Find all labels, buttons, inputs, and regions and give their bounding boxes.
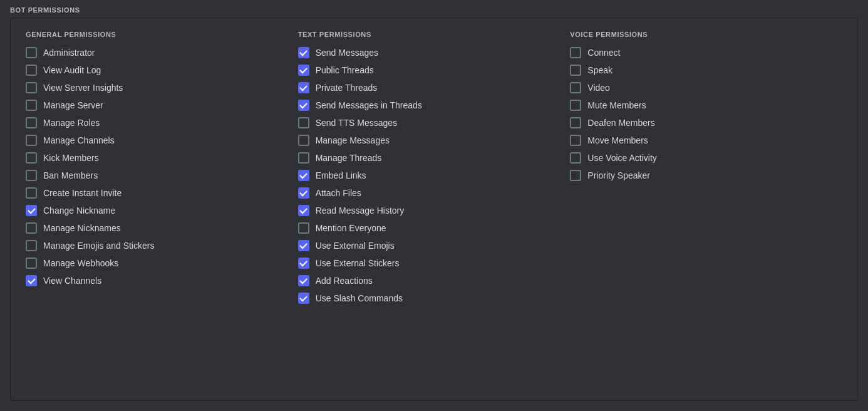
checkbox-general-2[interactable] xyxy=(26,82,37,93)
permission-item: View Audit Log xyxy=(26,65,298,76)
checkbox-text-12[interactable] xyxy=(298,258,309,269)
permission-label: Mention Everyone xyxy=(316,223,386,233)
permission-item: Manage Roles xyxy=(26,117,298,128)
column-general: GENERAL PERMISSIONSAdministratorView Aud… xyxy=(26,31,298,388)
permission-label: Ban Members xyxy=(43,170,98,180)
permission-label: Deafen Members xyxy=(587,118,654,128)
checkbox-general-4[interactable] xyxy=(26,117,37,128)
checkbox-text-9[interactable] xyxy=(298,205,309,216)
checkbox-text-2[interactable] xyxy=(298,82,309,93)
permission-label: Manage Messages xyxy=(316,135,390,145)
checkbox-voice-5[interactable] xyxy=(570,135,581,146)
permission-item: Kick Members xyxy=(26,152,298,164)
checkbox-text-11[interactable] xyxy=(298,240,309,251)
permission-item: Read Message History xyxy=(298,205,571,216)
permission-label: View Channels xyxy=(43,276,101,286)
permission-label: View Audit Log xyxy=(43,65,101,75)
checkbox-voice-3[interactable] xyxy=(570,100,581,111)
checkbox-general-3[interactable] xyxy=(26,100,37,111)
permission-label: Move Members xyxy=(587,135,648,145)
permission-item: Embed Links xyxy=(298,170,571,181)
checkbox-voice-2[interactable] xyxy=(570,82,581,93)
permission-label: Private Threads xyxy=(316,83,378,93)
checkbox-voice-7[interactable] xyxy=(570,170,581,181)
permission-label: Administrator xyxy=(43,48,95,58)
permission-item: Change Nickname xyxy=(26,205,298,216)
permission-label: Kick Members xyxy=(43,153,99,163)
permission-item: Send Messages xyxy=(298,47,571,58)
checkbox-text-4[interactable] xyxy=(298,117,309,128)
checkbox-general-13[interactable] xyxy=(26,275,37,286)
checkbox-text-0[interactable] xyxy=(298,47,309,58)
checkbox-text-3[interactable] xyxy=(298,100,309,111)
checkbox-general-5[interactable] xyxy=(26,135,37,146)
permission-item: Manage Threads xyxy=(298,152,571,164)
permission-item: Use External Emojis xyxy=(298,240,571,251)
permission-label: Use Slash Commands xyxy=(316,293,403,303)
checkbox-text-10[interactable] xyxy=(298,222,309,234)
permission-label: Use External Emojis xyxy=(316,241,395,251)
permission-item: Priority Speaker xyxy=(570,170,842,181)
permission-label: Send TTS Messages xyxy=(316,118,397,128)
column-header-general: GENERAL PERMISSIONS xyxy=(26,31,298,38)
permission-label: Send Messages xyxy=(316,48,378,58)
permission-item: Connect xyxy=(570,47,842,58)
permission-item: Send Messages in Threads xyxy=(298,100,571,111)
column-text: TEXT PERMISSIONSSend MessagesPublic Thre… xyxy=(298,31,571,388)
checkbox-text-1[interactable] xyxy=(298,65,309,76)
permission-label: Add Reactions xyxy=(316,276,373,286)
checkbox-general-7[interactable] xyxy=(26,170,37,181)
permission-label: Video xyxy=(587,83,610,93)
permission-label: Speak xyxy=(587,65,612,75)
permission-label: Public Threads xyxy=(316,65,374,75)
checkbox-voice-6[interactable] xyxy=(570,152,581,164)
permission-label: Read Message History xyxy=(316,205,405,216)
permission-label: Send Messages in Threads xyxy=(316,100,422,110)
permissions-box: GENERAL PERMISSIONSAdministratorView Aud… xyxy=(10,18,858,401)
checkbox-voice-0[interactable] xyxy=(570,47,581,58)
permission-label: Manage Server xyxy=(43,100,103,110)
permission-item: Speak xyxy=(570,65,842,76)
permission-item: Deafen Members xyxy=(570,117,842,128)
checkbox-text-13[interactable] xyxy=(298,275,309,286)
permission-item: Move Members xyxy=(570,135,842,146)
permission-label: Use External Stickers xyxy=(316,258,400,268)
checkbox-general-9[interactable] xyxy=(26,205,37,216)
checkbox-text-5[interactable] xyxy=(298,135,309,146)
checkbox-general-8[interactable] xyxy=(26,187,37,199)
checkbox-text-14[interactable] xyxy=(298,293,309,304)
checkbox-general-0[interactable] xyxy=(26,47,37,58)
permission-label: Manage Nicknames xyxy=(43,223,121,233)
permission-item: Add Reactions xyxy=(298,275,571,286)
checkbox-general-1[interactable] xyxy=(26,65,37,76)
permission-item: Video xyxy=(570,82,842,93)
checkbox-text-7[interactable] xyxy=(298,170,309,181)
permission-item: Manage Server xyxy=(26,100,298,111)
permission-item: Mention Everyone xyxy=(298,222,571,234)
checkbox-general-11[interactable] xyxy=(26,240,37,251)
permission-item: Attach Files xyxy=(298,187,571,199)
permission-item: Administrator xyxy=(26,47,298,58)
checkbox-general-6[interactable] xyxy=(26,152,37,164)
checkbox-general-10[interactable] xyxy=(26,222,37,234)
checkbox-text-6[interactable] xyxy=(298,152,309,164)
permission-item: Public Threads xyxy=(298,65,571,76)
permission-item: View Channels xyxy=(26,275,298,286)
permission-item: View Server Insights xyxy=(26,82,298,93)
checkbox-voice-4[interactable] xyxy=(570,117,581,128)
checkbox-general-12[interactable] xyxy=(26,258,37,269)
column-header-voice: VOICE PERMISSIONS xyxy=(570,31,842,38)
permission-label: Manage Webhooks xyxy=(43,258,118,268)
checkbox-text-8[interactable] xyxy=(298,187,309,199)
permission-item: Private Threads xyxy=(298,82,571,93)
permission-label: View Server Insights xyxy=(43,83,123,93)
permission-label: Embed Links xyxy=(316,170,366,180)
checkbox-voice-1[interactable] xyxy=(570,65,581,76)
column-header-text: TEXT PERMISSIONS xyxy=(298,31,571,38)
permission-label: Connect xyxy=(587,48,620,58)
permission-label: Mute Members xyxy=(587,100,646,110)
permission-label: Create Instant Invite xyxy=(43,188,121,198)
permission-label: Change Nickname xyxy=(43,205,115,216)
permission-label: Priority Speaker xyxy=(587,170,650,180)
bot-permissions-header: BOT PERMISSIONS xyxy=(0,0,868,18)
